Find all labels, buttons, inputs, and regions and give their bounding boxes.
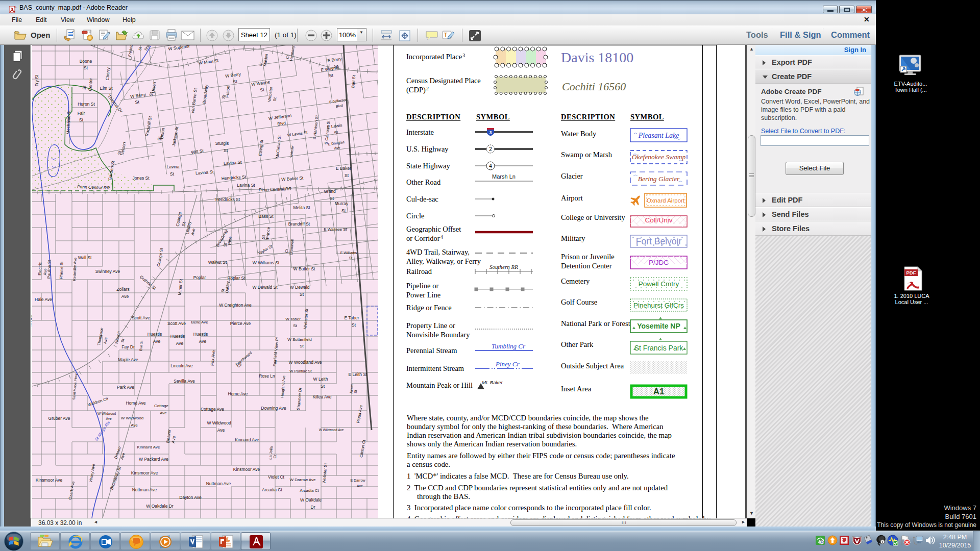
- svg-text:4WD Trail, Stairway,: 4WD Trail, Stairway,: [406, 248, 470, 256]
- svg-text:Pipeline or: Pipeline or: [406, 282, 438, 290]
- svg-text:U.S. Highway: U.S. Highway: [406, 145, 449, 153]
- svg-text:Ridge or Fence: Ridge or Fence: [406, 304, 452, 312]
- svg-text:Mountain Peak or Hill: Mountain Peak or Hill: [406, 381, 473, 389]
- svg-text:Inset Area: Inset Area: [561, 385, 592, 393]
- svg-text:3 Incorporated place name col: 3 Incorporated place name color correspo…: [407, 504, 651, 512]
- svg-text:DESCRIPTION: DESCRIPTION: [406, 113, 460, 121]
- svg-text:DESCRIPTION: DESCRIPTION: [561, 113, 615, 121]
- svg-text:Bering Glacier: Bering Glacier: [638, 175, 680, 183]
- svg-text:through the BAS.: through the BAS.: [417, 492, 470, 500]
- svg-text:or Corridor 4: or Corridor 4: [406, 234, 443, 242]
- svg-text:Prison or Juvenile: Prison or Juvenile: [561, 253, 615, 261]
- svg-text:(CDP) 2: (CDP) 2: [406, 86, 429, 94]
- svg-text:Where state, county, and/or MC: Where state, county, and/or MCD/CCD boun…: [407, 414, 649, 422]
- svg-text:St Francis Park: St Francis Park: [634, 344, 684, 352]
- svg-text:National Park or Forest: National Park or Forest: [561, 319, 630, 328]
- svg-text:Pinehurst GlfCrs: Pinehurst GlfCrs: [633, 302, 684, 309]
- svg-text:Census Designated Place: Census Designated Place: [406, 77, 481, 85]
- svg-text:4 Geographic offset areas and: 4 Geographic offset areas and corridors …: [407, 515, 711, 518]
- svg-text:Water Body: Water Body: [561, 130, 597, 138]
- svg-text:2: 2: [489, 146, 492, 152]
- svg-text:Cul-de-sac: Cul-de-sac: [406, 195, 438, 203]
- svg-text:Other Road: Other Road: [406, 178, 441, 186]
- svg-text:3: 3: [489, 130, 492, 135]
- svg-text:P/JDC: P/JDC: [649, 259, 669, 266]
- svg-text:SYMBOL: SYMBOL: [476, 113, 510, 121]
- svg-text:boundary symbol for only the h: boundary symbol for only the highest-ran…: [407, 422, 664, 431]
- svg-text:Powell Cmtry: Powell Cmtry: [639, 280, 679, 288]
- svg-text:A1: A1: [653, 387, 665, 396]
- svg-text:2 The CCD and CDP boundaries: 2 The CCD and CDP boundaries represent s…: [407, 484, 668, 492]
- svg-text:Outside Subject Area: Outside Subject Area: [561, 362, 624, 370]
- svg-text:Golf Course: Golf Course: [561, 298, 597, 306]
- svg-text:Cochiti 16560: Cochiti 16560: [562, 80, 626, 93]
- svg-text:Glacier: Glacier: [561, 172, 583, 180]
- svg-text:Mt. Baker: Mt. Baker: [482, 380, 503, 385]
- svg-text:Marsh Ln: Marsh Ln: [492, 173, 516, 180]
- svg-text:Piney Cr: Piney Cr: [495, 360, 520, 368]
- svg-text:T: T: [444, 32, 447, 38]
- svg-text:Nonvisible Boundary: Nonvisible Boundary: [406, 331, 470, 339]
- svg-text:Interstate: Interstate: [406, 128, 434, 136]
- svg-text:Alley, Walkway, or Ferry: Alley, Walkway, or Ferry: [406, 257, 481, 265]
- svg-text:Intermittent Stream: Intermittent Stream: [406, 364, 464, 372]
- svg-text:Other Park: Other Park: [561, 340, 594, 348]
- svg-text:Swamp or Marsh: Swamp or Marsh: [561, 151, 612, 159]
- svg-text:Detention Center: Detention Center: [561, 262, 612, 270]
- svg-text:Entity names are followed by e: Entity names are followed by either thei…: [407, 452, 675, 460]
- svg-text:Southern RR: Southern RR: [489, 264, 518, 270]
- svg-text:Military: Military: [561, 234, 585, 242]
- svg-text:PDF: PDF: [906, 270, 916, 276]
- svg-text:College or University: College or University: [561, 213, 625, 221]
- svg-text:Airport: Airport: [561, 194, 583, 202]
- svg-text:Railroad: Railroad: [406, 267, 432, 276]
- svg-text:SYMBOL: SYMBOL: [630, 113, 664, 121]
- svg-text:Yosemite NP: Yosemite NP: [637, 322, 680, 330]
- svg-text:Pleasant Lake: Pleasant Lake: [638, 132, 679, 139]
- svg-text:Property Line or: Property Line or: [406, 321, 455, 330]
- svg-text:Incorporated Place 3: Incorporated Place 3: [406, 53, 465, 61]
- svg-text:Oxnard Airport: Oxnard Airport: [647, 197, 685, 204]
- svg-text:Circle: Circle: [406, 212, 424, 220]
- svg-text:shows only the American Indian: shows only the American Indian reservati…: [407, 440, 577, 448]
- svg-text:Power Line: Power Line: [406, 291, 440, 299]
- svg-text:1 'MCD*' indicates a false MC: 1 'MCD*' indicates a false MCD. These ar…: [407, 472, 629, 480]
- svg-text:Geographic Offset: Geographic Offset: [406, 225, 461, 233]
- svg-text:4: 4: [489, 163, 492, 169]
- svg-text:a census code.: a census code.: [407, 460, 450, 468]
- svg-text:Fort Belvoir: Fort Belvoir: [636, 236, 682, 246]
- svg-text:Coll/Univ: Coll/Univ: [645, 216, 672, 224]
- svg-text:Cemetery: Cemetery: [561, 277, 590, 285]
- svg-text:Davis 18100: Davis 18100: [561, 49, 633, 65]
- svg-text:State Highway: State Highway: [406, 162, 451, 170]
- svg-text:Tumbling Cr: Tumbling Cr: [492, 342, 526, 350]
- svg-text:Perennial Stream: Perennial Stream: [406, 346, 457, 355]
- svg-text:Okefenokee Swamp: Okefenokee Swamp: [632, 153, 686, 161]
- svg-text:Indian reservation and America: Indian reservation and American Indian t…: [407, 431, 672, 439]
